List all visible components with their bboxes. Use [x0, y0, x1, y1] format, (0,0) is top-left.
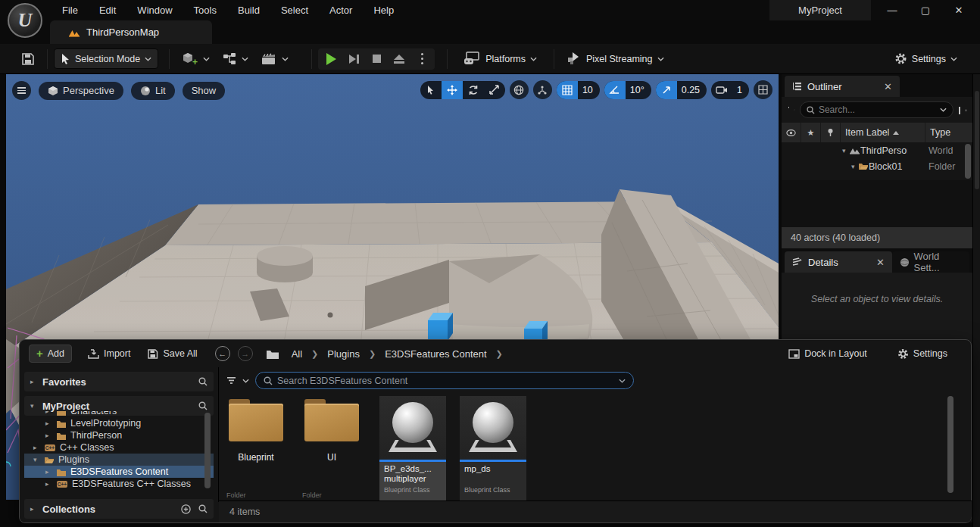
chevron-down-icon[interactable] — [619, 379, 626, 383]
show-dropdown[interactable]: Show — [183, 82, 226, 100]
minimize-button[interactable]: — — [875, 0, 909, 20]
filter-icon[interactable] — [226, 376, 236, 385]
outliner-settings-gear-icon[interactable] — [965, 104, 966, 115]
perspective-dropdown[interactable]: Perspective — [39, 82, 123, 100]
scale-tool[interactable] — [484, 81, 505, 99]
chevron-expanded-icon[interactable]: ▾ — [30, 402, 37, 410]
unreal-logo-icon[interactable]: U — [8, 3, 42, 38]
play-button[interactable] — [321, 51, 341, 67]
chevron-down-icon[interactable] — [242, 379, 249, 383]
pixel-streaming-dropdown[interactable]: Pixel Streaming — [560, 48, 670, 70]
breadcrumb-all[interactable]: All — [287, 348, 307, 360]
panel-scrollbar[interactable] — [975, 91, 979, 189]
rotate-tool[interactable] — [463, 81, 484, 99]
tree-item-cpp-classes[interactable]: ▸ C++ C++ Classes — [24, 441, 214, 454]
maximize-button[interactable]: ▢ — [909, 0, 942, 20]
save-button[interactable] — [15, 48, 41, 70]
search-icon[interactable] — [198, 401, 208, 410]
select-tool[interactable] — [420, 81, 442, 99]
platforms-dropdown[interactable]: Platforms — [457, 48, 543, 70]
menu-file[interactable]: File — [51, 5, 89, 16]
chevron-expanded-icon[interactable]: ▾ — [851, 163, 858, 170]
menu-help[interactable]: Help — [363, 5, 404, 16]
forward-button[interactable]: → — [238, 346, 253, 361]
menu-edit[interactable]: Edit — [89, 5, 126, 16]
asset-search[interactable] — [255, 372, 634, 389]
menu-actor[interactable]: Actor — [319, 5, 363, 16]
outliner-row-world[interactable]: ▾ ThirdPersonMap World — [782, 142, 972, 158]
outliner-scrollbar[interactable] — [965, 144, 971, 179]
stop-button[interactable] — [367, 51, 386, 67]
new-folder-icon[interactable] — [958, 105, 960, 114]
save-all-button[interactable]: Save All — [140, 345, 204, 362]
menu-tools[interactable]: Tools — [183, 5, 227, 16]
tab-world-settings[interactable]: World Sett... — [892, 251, 969, 273]
tab-thirdpersonmap[interactable]: ThirdPersonMap — [50, 20, 212, 44]
tree-item-thirdperson[interactable]: ▸ ThirdPerson — [24, 429, 214, 441]
breadcrumb-plugins[interactable]: Plugins — [323, 348, 364, 360]
tree-item-e3dsfeatures-cpp-classes[interactable]: ▸ C++ E3DSFeatures C++ Classes — [24, 478, 214, 490]
add-button[interactable]: + Add — [29, 345, 72, 363]
lit-dropdown[interactable]: Lit — [131, 82, 175, 100]
favorite-column-header[interactable]: ★ — [801, 123, 821, 142]
outliner-search[interactable] — [800, 101, 953, 118]
item-label-column-header[interactable]: Item Label — [841, 123, 925, 142]
tree-item-characters[interactable]: ▸ Characters — [24, 411, 214, 417]
asset-mp-ds[interactable]: mp_ds Blueprint Class — [460, 396, 526, 502]
breadcrumb-e3dsfeatures[interactable]: E3DSFeatures Content — [380, 348, 491, 360]
tree-item-plugins[interactable]: ▾ Plugins — [24, 454, 214, 466]
move-tool[interactable] — [442, 81, 463, 99]
type-column-header[interactable]: Type — [925, 123, 972, 142]
outliner-row-folder[interactable]: ▾ Block01 Folder — [782, 158, 972, 174]
outliner-search-input[interactable] — [819, 104, 936, 115]
tab-details[interactable]: Details ✕ — [785, 251, 892, 273]
asset-bp-e3ds-multiplayer[interactable]: BP_e3ds_... multiplayer Blueprint Class — [379, 396, 446, 502]
surface-snapping-button[interactable] — [533, 80, 552, 99]
world-local-toggle[interactable] — [510, 80, 529, 99]
search-icon[interactable] — [198, 377, 208, 386]
eject-button[interactable] — [389, 51, 409, 67]
tree-item-levelprototyping[interactable]: ▸ LevelPrototyping — [24, 417, 214, 429]
blueprints-dropdown[interactable] — [216, 48, 254, 70]
asset-grid-scrollbar[interactable] — [947, 396, 953, 493]
chevron-collapsed-icon[interactable]: ▸ — [30, 378, 37, 385]
maximize-viewport-button[interactable] — [754, 80, 772, 99]
menu-select[interactable]: Select — [270, 5, 319, 16]
asset-search-input[interactable] — [277, 376, 614, 386]
chevron-expanded-icon[interactable]: ▾ — [842, 147, 849, 154]
scale-snap-control[interactable]: 0.25 — [656, 81, 707, 99]
add-actor-dropdown[interactable]: + — [176, 48, 216, 70]
grid-snap-control[interactable]: 10 — [557, 81, 600, 99]
settings-dropdown[interactable]: Settings — [888, 48, 963, 69]
back-button[interactable]: ← — [215, 346, 230, 361]
collections-section[interactable]: ▸ Collections — [24, 499, 214, 519]
cinematics-dropdown[interactable] — [254, 48, 295, 70]
play-options-kebab[interactable] — [412, 51, 432, 67]
tree-item-e3dsfeatures-content[interactable]: ▸ E3DSFeatures Content — [24, 466, 214, 478]
camera-speed-control[interactable]: 1 — [711, 81, 749, 99]
import-button[interactable]: Import — [81, 345, 137, 362]
chevron-collapsed-icon[interactable]: ▸ — [30, 505, 37, 513]
visibility-column-header[interactable] — [782, 123, 801, 142]
search-icon[interactable] — [198, 504, 208, 513]
asset-folder-blueprint[interactable]: Blueprint Folder — [225, 396, 287, 500]
close-icon[interactable]: ✕ — [876, 257, 885, 268]
tab-outliner[interactable]: Outliner ✕ — [785, 76, 900, 97]
rotation-snap-control[interactable]: 10° — [604, 81, 651, 99]
favorites-section[interactable]: ▸ Favorites — [24, 372, 214, 391]
menu-build[interactable]: Build — [227, 5, 270, 16]
chevron-down-icon[interactable] — [794, 108, 795, 112]
frame-skip-button[interactable] — [344, 51, 364, 67]
menu-window[interactable]: Window — [126, 5, 183, 16]
viewport-options-button[interactable] — [12, 81, 31, 100]
asset-folder-ui[interactable]: UI Folder — [301, 396, 363, 500]
sidebar-scrollbar[interactable] — [204, 413, 211, 488]
close-button[interactable]: ✕ — [942, 0, 975, 20]
close-icon[interactable]: ✕ — [884, 81, 892, 92]
content-browser-settings-button[interactable]: Settings — [891, 345, 954, 363]
chevron-down-icon[interactable] — [940, 108, 947, 112]
pin-column-header[interactable] — [821, 123, 841, 142]
dock-in-layout-button[interactable]: Dock in Layout — [782, 345, 874, 362]
selection-mode-dropdown[interactable]: Selection Mode — [54, 48, 158, 69]
add-collection-icon[interactable] — [181, 504, 191, 514]
